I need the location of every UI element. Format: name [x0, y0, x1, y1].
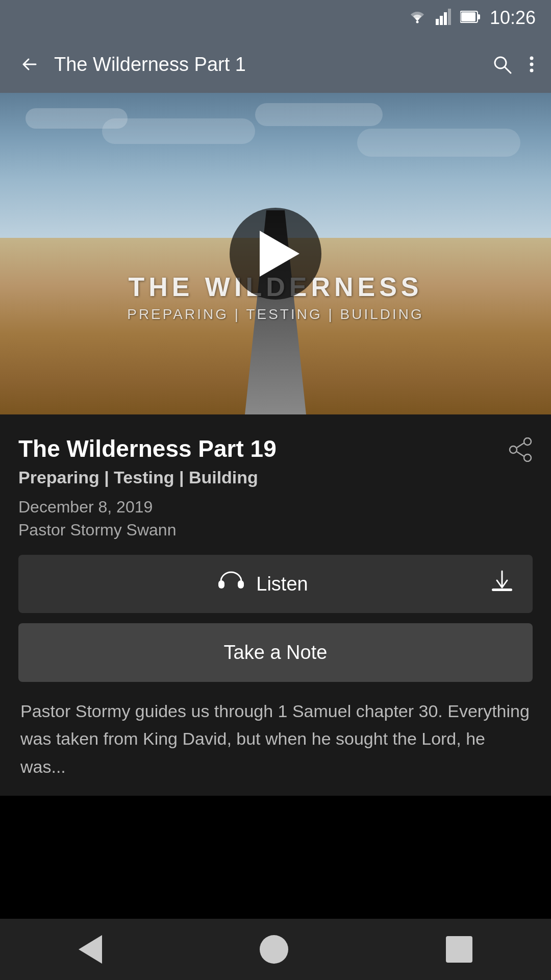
svg-rect-19: [238, 580, 244, 589]
download-button[interactable]: [490, 569, 514, 599]
search-icon[interactable]: [492, 54, 512, 75]
app-bar-actions: [492, 54, 536, 75]
cloud: [102, 118, 255, 144]
svg-line-17: [517, 452, 524, 456]
sermon-subtitle: Preparing | Testing | Building: [18, 468, 277, 487]
bottom-nav: [0, 919, 551, 980]
play-button[interactable]: [230, 208, 321, 300]
svg-point-14: [524, 454, 531, 461]
svg-point-0: [416, 21, 418, 23]
status-icons: 10:26: [408, 7, 536, 29]
sermon-pastor: Pastor Stormy Swann: [18, 521, 533, 540]
description-text: Pastor Stormy guides us through 1 Samuel…: [18, 697, 533, 780]
nav-recent-icon: [446, 936, 472, 963]
sermon-title: The Wilderness Part 19: [18, 435, 277, 462]
svg-rect-20: [492, 589, 512, 591]
svg-rect-2: [440, 16, 443, 25]
video-overlay-subtitle: PREPARING | TESTING | BUILDING: [0, 306, 551, 323]
content-header: The Wilderness Part 19 Preparing | Testi…: [18, 435, 533, 487]
take-note-button[interactable]: Take a Note: [18, 623, 533, 682]
svg-point-13: [524, 438, 531, 445]
svg-rect-7: [478, 14, 480, 19]
content-area: The Wilderness Part 19 Preparing | Testi…: [0, 414, 551, 796]
svg-rect-3: [444, 12, 447, 25]
svg-line-9: [505, 67, 511, 73]
battery-icon: [460, 10, 481, 26]
svg-point-12: [530, 69, 534, 72]
signal-icon: [436, 9, 451, 27]
svg-point-11: [530, 63, 534, 66]
wifi-icon: [408, 10, 427, 26]
nav-home-button[interactable]: [239, 925, 309, 974]
svg-rect-1: [436, 19, 439, 25]
status-bar: 10:26: [0, 0, 551, 36]
listen-label: Listen: [256, 573, 308, 595]
video-thumbnail[interactable]: THE WILDERNESS PREPARING | TESTING | BUI…: [0, 93, 551, 414]
cloud: [357, 129, 520, 157]
svg-line-16: [517, 443, 524, 448]
nav-home-icon: [260, 935, 288, 964]
headphone-icon: [218, 570, 244, 598]
svg-rect-4: [448, 9, 451, 25]
app-bar: The Wilderness Part 1: [0, 36, 551, 93]
sermon-date: December 8, 2019: [18, 498, 533, 517]
play-icon: [260, 231, 299, 277]
sermon-info: The Wilderness Part 19 Preparing | Testi…: [18, 435, 277, 487]
nav-back-button[interactable]: [58, 925, 122, 974]
nav-back-icon: [79, 935, 102, 964]
listen-button[interactable]: Listen: [18, 555, 533, 613]
svg-point-15: [510, 446, 517, 453]
svg-rect-6: [461, 12, 475, 21]
listen-left: Listen: [37, 570, 490, 598]
note-label: Take a Note: [224, 642, 328, 664]
more-options-icon[interactable]: [528, 54, 536, 75]
back-button[interactable]: [15, 50, 44, 79]
status-time: 10:26: [490, 7, 536, 29]
cloud: [255, 103, 383, 126]
svg-rect-18: [218, 580, 224, 589]
nav-recent-button[interactable]: [425, 926, 493, 973]
share-button[interactable]: [508, 437, 533, 462]
svg-point-10: [530, 57, 534, 60]
page-title: The Wilderness Part 1: [54, 54, 482, 76]
